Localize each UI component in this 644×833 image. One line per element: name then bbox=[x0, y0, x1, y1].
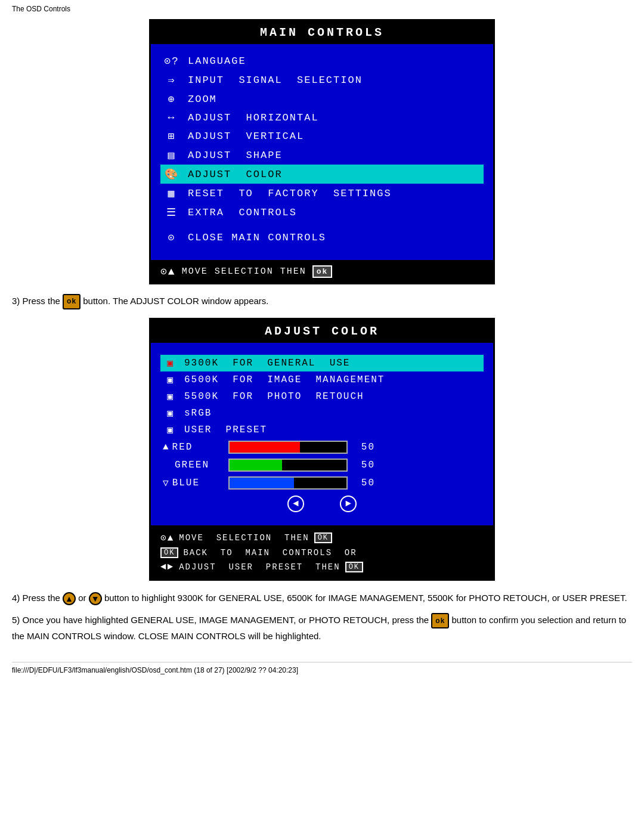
osd-item-close[interactable]: ⊙ CLOSE MAIN CONTROLS bbox=[160, 228, 484, 247]
footer-text-3: ADJUST USER PRESET THEN bbox=[179, 562, 340, 572]
step3-paragraph: 3) Press the ok button. The ADJUST COLOR… bbox=[12, 294, 632, 309]
color-preset-icon-user: ▣ bbox=[163, 424, 178, 436]
adjust-color-header: ADJUST COLOR bbox=[151, 320, 493, 343]
step4-paragraph: 4) Press the ▲ or ▼ button to highlight … bbox=[12, 590, 632, 606]
blue-row: ▽ BLUE 50 bbox=[160, 474, 484, 492]
step4-text2: or bbox=[78, 593, 89, 603]
footer-text-2: BACK TO MAIN CONTROLS OR bbox=[183, 548, 357, 558]
step3-text: 3) Press the bbox=[12, 296, 60, 306]
input-signal-icon: ⇒ bbox=[163, 73, 181, 86]
page-title: The OSD Controls bbox=[12, 5, 632, 13]
move-icons: ⊙▲ bbox=[160, 532, 174, 544]
adjust-item-srgb[interactable]: ▣ sRGB bbox=[160, 405, 484, 422]
red-row: ▲ RED 50 bbox=[160, 438, 484, 456]
footer-text-1: MOVE SELECTION THEN bbox=[179, 533, 309, 543]
blue-bar-container bbox=[228, 476, 348, 490]
osd-item-label: EXTRA CONTROLS bbox=[188, 207, 297, 218]
shape-icon: ▤ bbox=[163, 148, 181, 162]
color-preset-icon-9300: ▣ bbox=[163, 357, 178, 369]
ok-box-footer-2: OK bbox=[160, 547, 178, 558]
factory-icon: ▦ bbox=[163, 187, 181, 200]
adjust-item-label: sRGB bbox=[184, 408, 212, 419]
green-bar bbox=[230, 460, 282, 470]
adjust-color-footer: ⊙▲ MOVE SELECTION THEN OK OK BACK TO MAI… bbox=[151, 525, 493, 579]
osd-item-label: RESET TO FACTORY SETTINGS bbox=[188, 188, 392, 199]
adjust-item-6500k[interactable]: ▣ 6500K FOR IMAGE MANAGEMENT bbox=[160, 371, 484, 388]
step4-text: 4) Press the bbox=[12, 593, 60, 603]
red-bar bbox=[230, 442, 300, 453]
adjust-color-panel: ADJUST COLOR ▣ 9300K FOR GENERAL USE ▣ 6… bbox=[149, 318, 495, 581]
up-arrow-btn: ▲ bbox=[63, 592, 76, 605]
adjust-item-user-preset[interactable]: ▣ USER PRESET bbox=[160, 422, 484, 438]
blue-bar bbox=[230, 478, 294, 488]
vertical-icon: ⊞ bbox=[163, 129, 181, 143]
red-label: ▲ RED bbox=[163, 442, 222, 453]
osd-item-label: ADJUST HORIZONTAL bbox=[188, 112, 319, 123]
horizontal-icon: ↔ bbox=[163, 112, 181, 123]
right-arrow-icon[interactable]: ► bbox=[340, 496, 357, 512]
osd-item-label: ADJUST SHAPE bbox=[188, 150, 283, 161]
osd-item-adjust-horizontal[interactable]: ↔ ADJUST HORIZONTAL bbox=[160, 109, 484, 126]
ok-button-step5: ok bbox=[431, 613, 449, 628]
language-icon: ⊙? bbox=[163, 54, 181, 67]
adjust-item-label: USER PRESET bbox=[184, 425, 267, 435]
osd-item-input-signal[interactable]: ⇒ INPUT SIGNAL SELECTION bbox=[160, 70, 484, 89]
adjust-item-9300k[interactable]: ▣ 9300K FOR GENERAL USE bbox=[160, 355, 484, 371]
ok-box: ok bbox=[312, 265, 333, 278]
green-value: 50 bbox=[354, 460, 375, 470]
osd-item-adjust-color[interactable]: 🎨 ADJUST COLOR bbox=[160, 165, 484, 184]
blue-text: BLUE bbox=[172, 478, 200, 488]
main-controls-header: MAIN CONTROLS bbox=[151, 21, 493, 44]
step5-text: 5) Once you have highlighted GENERAL USE… bbox=[12, 615, 429, 625]
color-preset-icon-5500: ▣ bbox=[163, 391, 178, 402]
main-controls-panel: MAIN CONTROLS ⊙? LANGUAGE ⇒ INPUT SIGNAL… bbox=[149, 19, 495, 284]
green-row: GREEN 50 bbox=[160, 456, 484, 474]
main-controls-body: ⊙? LANGUAGE ⇒ INPUT SIGNAL SELECTION ⊕ Z… bbox=[151, 44, 493, 258]
green-bar-container bbox=[228, 459, 348, 472]
step5-paragraph: 5) Once you have highlighted GENERAL USE… bbox=[12, 612, 632, 644]
osd-item-language[interactable]: ⊙? LANGUAGE bbox=[160, 51, 484, 70]
footer-row-2: OK BACK TO MAIN CONTROLS OR bbox=[160, 546, 484, 560]
osd-item-adjust-vertical[interactable]: ⊞ ADJUST VERTICAL bbox=[160, 126, 484, 145]
main-controls-footer: ⊙▲ MOVE SELECTION THEN ok bbox=[151, 260, 493, 283]
left-arrow-icon[interactable]: ◄ bbox=[287, 496, 304, 512]
step4-text3: button to highlight 9300K for GENERAL US… bbox=[104, 593, 627, 603]
red-bar-container bbox=[228, 441, 348, 454]
adjust-item-5500k[interactable]: ▣ 5500K FOR PHOTO RETOUCH bbox=[160, 388, 484, 405]
osd-item-label: CLOSE MAIN CONTROLS bbox=[188, 232, 326, 243]
osd-item-label: LANGUAGE bbox=[188, 55, 246, 67]
green-label: GREEN bbox=[163, 460, 222, 470]
blue-down-icon: ▽ bbox=[163, 477, 170, 489]
extra-icon: ☰ bbox=[163, 206, 181, 219]
osd-item-adjust-shape[interactable]: ▤ ADJUST SHAPE bbox=[160, 145, 484, 165]
footer-row-3: ◄► ADJUST USER PRESET THEN OK bbox=[160, 560, 484, 574]
ok-box-footer-3: OK bbox=[345, 562, 363, 572]
zoom-icon: ⊕ bbox=[163, 92, 181, 106]
osd-item-zoom[interactable]: ⊕ ZOOM bbox=[160, 89, 484, 109]
page-footer: file:///D|/EDFU/LF3/lf3manual/english/OS… bbox=[12, 662, 632, 674]
red-up-icon: ▲ bbox=[163, 442, 170, 453]
color-icon: 🎨 bbox=[163, 168, 181, 181]
down-arrow-btn: ▼ bbox=[89, 592, 102, 605]
close-icon: ⊙ bbox=[163, 231, 181, 244]
adjust-item-label: 6500K FOR IMAGE MANAGEMENT bbox=[184, 374, 385, 385]
osd-item-reset-factory[interactable]: ▦ RESET TO FACTORY SETTINGS bbox=[160, 184, 484, 203]
adjust-color-body: ▣ 9300K FOR GENERAL USE ▣ 6500K FOR IMAG… bbox=[151, 343, 493, 525]
color-preset-icon-6500: ▣ bbox=[163, 374, 178, 386]
adjust-item-label: 9300K FOR GENERAL USE bbox=[184, 358, 350, 368]
footer-row-1: ⊙▲ MOVE SELECTION THEN OK bbox=[160, 530, 484, 546]
blue-label: ▽ BLUE bbox=[163, 477, 222, 489]
footer-icons: ⊙▲ bbox=[160, 265, 176, 278]
ok-button-inline: ok bbox=[63, 294, 80, 309]
ok-box-footer-1: OK bbox=[314, 532, 332, 543]
green-text: GREEN bbox=[175, 460, 209, 470]
red-value: 50 bbox=[354, 442, 375, 453]
adjust-icons: ◄► bbox=[160, 562, 174, 572]
step3-text2: button. The ADJUST COLOR window appears. bbox=[83, 296, 268, 306]
osd-item-extra-controls[interactable]: ☰ EXTRA CONTROLS bbox=[160, 203, 484, 222]
adjust-item-label: 5500K FOR PHOTO RETOUCH bbox=[184, 391, 364, 402]
osd-item-label: INPUT SIGNAL SELECTION bbox=[188, 75, 363, 86]
osd-item-label: ADJUST COLOR bbox=[188, 169, 283, 180]
red-text: RED bbox=[172, 442, 193, 453]
blue-value: 50 bbox=[354, 478, 375, 488]
